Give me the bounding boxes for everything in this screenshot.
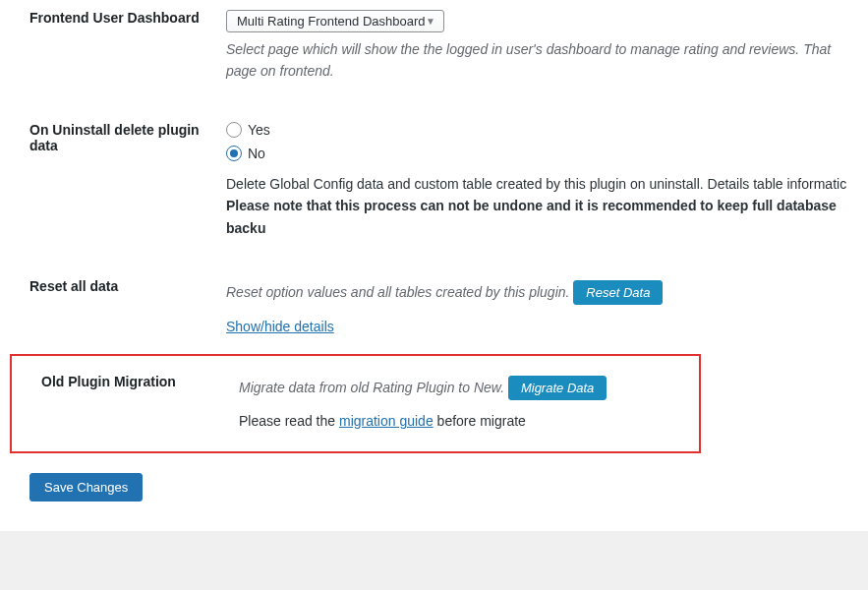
row-migration: Old Plugin Migration Migrate data from o… [10, 354, 701, 453]
migrate-data-button[interactable]: Migrate Data [508, 376, 607, 400]
radio-label: No [248, 146, 265, 161]
migration-guide-link[interactable]: migration guide [339, 413, 434, 429]
row-uninstall-delete: On Uninstall delete plugin data Yes No D… [0, 92, 868, 249]
select-value: Multi Rating Frontend Dashboard [237, 14, 426, 29]
toggle-details-link[interactable]: Show/hide details [226, 319, 334, 334]
desc-reset-data: Reset option values and all tables creat… [226, 284, 569, 300]
warning-uninstall: Please note that this process can not be… [226, 198, 837, 235]
chevron-down-icon: ▼ [426, 16, 435, 27]
radio-icon [226, 146, 242, 161]
radio-label: Yes [248, 122, 270, 138]
row-frontend-dashboard: Frontend User Dashboard Multi Rating Fro… [0, 0, 868, 92]
reset-data-button[interactable]: Reset Data [573, 280, 663, 305]
label-frontend-dashboard: Frontend User Dashboard [0, 10, 226, 83]
radio-uninstall-no[interactable]: No [226, 146, 848, 161]
desc-migration: Migrate data from old Rating Plugin to N… [239, 380, 504, 395]
migration-note: Please read the migration guide before m… [239, 410, 665, 432]
row-reset-data: Reset all data Reset option values and a… [0, 249, 868, 344]
radio-icon [226, 122, 242, 138]
label-migration: Old Plugin Migration [27, 374, 239, 432]
save-changes-button[interactable]: Save Changes [29, 473, 143, 502]
desc-frontend-dashboard: Select page which will show the the logg… [226, 38, 848, 83]
select-frontend-dashboard[interactable]: Multi Rating Frontend Dashboard ▼ [226, 10, 444, 32]
radio-uninstall-yes[interactable]: Yes [226, 122, 848, 138]
desc-uninstall-delete: Delete Global Config data and custom tab… [226, 173, 848, 239]
label-uninstall-delete: On Uninstall delete plugin data [0, 122, 226, 239]
label-reset-data: Reset all data [0, 278, 226, 334]
